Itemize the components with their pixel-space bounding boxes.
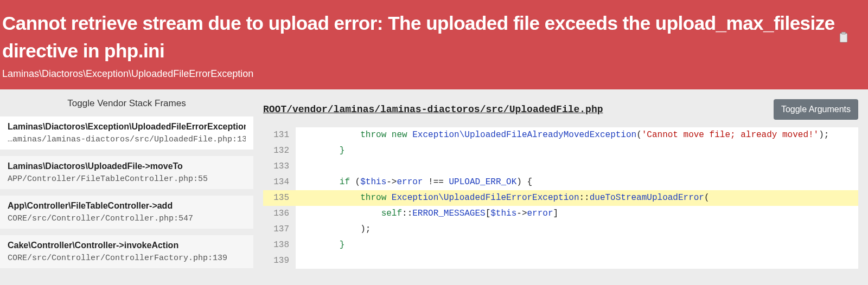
stack-frame[interactable]: App\Controller\FileTableController->addC… <box>0 196 253 229</box>
code-text: self::ERROR_MESSAGES[$this->error] <box>296 206 558 222</box>
stack-frame[interactable]: Cake\Controller\Controller->invokeAction… <box>0 235 253 268</box>
code-line: 133 <box>263 159 858 174</box>
code-line: 135 throw Exception\UploadedFileErrorExc… <box>263 190 858 206</box>
code-text: throw Exception\UploadedFileErrorExcepti… <box>296 190 710 206</box>
stack-sidebar: Toggle Vendor Stack Frames Laminas\Diact… <box>0 89 253 286</box>
line-number: 133 <box>263 159 296 174</box>
source-code: 131 throw new Exception\UploadedFileAlre… <box>263 127 858 269</box>
code-line: 134 if ($this->error !== UPLOAD_ERR_OK) … <box>263 174 858 190</box>
line-number: 137 <box>263 222 296 237</box>
line-number: 135 <box>263 190 296 206</box>
line-number: 134 <box>263 174 296 190</box>
code-text: } <box>296 237 344 253</box>
stack-frame-list: Laminas\Diactoros\Exception\UploadedFile… <box>0 116 253 268</box>
svg-rect-1 <box>841 32 846 34</box>
toggle-arguments-button[interactable]: Toggle Arguments <box>774 99 858 120</box>
code-line: 139 <box>263 253 858 269</box>
code-text: ); <box>296 222 371 237</box>
code-line: 131 throw new Exception\UploadedFileAlre… <box>263 127 858 143</box>
svg-rect-0 <box>840 34 847 43</box>
toggle-vendor-frames[interactable]: Toggle Vendor Stack Frames <box>0 90 253 116</box>
stack-frame-call: App\Controller\FileTableController->add <box>8 201 246 211</box>
stack-frame[interactable]: Laminas\Diactoros\UploadedFile->moveToAP… <box>0 156 253 189</box>
exception-class: Laminas\Diactoros\Exception\UploadedFile… <box>0 65 868 80</box>
stack-frame-call: Laminas\Diactoros\UploadedFile->moveTo <box>8 161 246 171</box>
line-number: 139 <box>263 253 296 269</box>
stack-frame-location: …aminas/laminas-diactoros/src/UploadedFi… <box>8 135 246 144</box>
code-line: 138 } <box>263 237 858 253</box>
stack-frame-call: Cake\Controller\Controller->invokeAction <box>8 241 246 250</box>
line-number: 136 <box>263 206 296 222</box>
body: Toggle Vendor Stack Frames Laminas\Diact… <box>0 89 868 286</box>
stack-frame-call: Laminas\Diactoros\Exception\UploadedFile… <box>8 122 246 132</box>
code-line: 132 } <box>263 143 858 159</box>
source-panel: ROOT/vendor/laminas/laminas-diactoros/sr… <box>253 89 868 286</box>
error-title: Cannot retrieve stream due to upload err… <box>0 10 868 65</box>
code-line: 136 self::ERROR_MESSAGES[$this->error] <box>263 206 858 222</box>
code-line: 137 ); <box>263 222 858 237</box>
line-number: 132 <box>263 143 296 159</box>
code-text: } <box>296 143 344 159</box>
stack-frame-location: CORE/src/Controller/Controller.php:547 <box>8 214 246 223</box>
line-number: 138 <box>263 237 296 253</box>
file-path-link[interactable]: ROOT/vendor/laminas/laminas-diactoros/sr… <box>263 104 603 115</box>
code-text: throw new Exception\UploadedFileAlreadyM… <box>296 127 829 143</box>
error-header: Cannot retrieve stream due to upload err… <box>0 0 868 89</box>
stack-frame-location: CORE/src/Controller/ControllerFactory.ph… <box>8 254 246 263</box>
file-header: ROOT/vendor/laminas/laminas-diactoros/sr… <box>263 99 858 120</box>
stack-frame[interactable]: Laminas\Diactoros\Exception\UploadedFile… <box>0 116 253 150</box>
stack-frame-location: APP/Controller/FileTableController.php:5… <box>8 174 246 184</box>
line-number: 131 <box>263 127 296 143</box>
code-text: if ($this->error !== UPLOAD_ERR_OK) { <box>296 174 532 190</box>
clipboard-icon[interactable] <box>839 31 848 43</box>
